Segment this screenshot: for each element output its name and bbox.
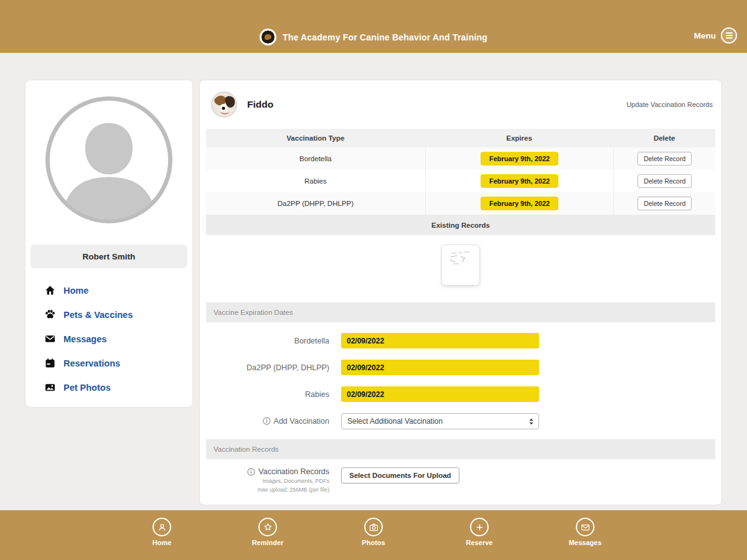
- menu-label: Menu: [694, 31, 716, 40]
- photo-icon: [44, 382, 55, 393]
- plus-icon: [470, 518, 489, 536]
- field-label: Add Vaccination: [200, 417, 329, 426]
- academy-logo-icon: [260, 29, 276, 45]
- footer-item-photos[interactable]: Photos: [352, 518, 395, 546]
- upload-hint-filetypes: Images, Documents, PDFs: [200, 477, 329, 485]
- pet-header: Fiddo Update Vaccination Records: [200, 80, 721, 129]
- app-root: The Academy For Canine Behavior And Trai…: [0, 0, 747, 560]
- pet-name: Fiddo: [247, 99, 273, 110]
- footer-item-label: Reminder: [252, 539, 284, 546]
- footer-item-label: Photos: [362, 539, 385, 546]
- upload-label-block: Vaccination Records Images, Documents, P…: [200, 467, 329, 493]
- upload-hint-maxsize: max upload: 256MB (per file): [200, 486, 329, 493]
- footer-item-messages[interactable]: Messages: [563, 518, 607, 546]
- sidebar-item-label: Home: [63, 286, 88, 296]
- sidebar: Robert Smith Home Pets & Vaccines: [25, 80, 193, 408]
- select-value: Select Additional Vaccination: [347, 417, 443, 426]
- table-row: Da2PP (DHPP, DHLPP) February 9th, 2022 D…: [206, 192, 715, 215]
- paw-icon: [44, 309, 55, 320]
- user-avatar: [43, 94, 175, 226]
- vaccine-type-cell: Da2PP (DHPP, DHLPP): [206, 192, 425, 215]
- bordetella-date-input[interactable]: [341, 333, 539, 348]
- table-row: Rabies February 9th, 2022 Delete Record: [206, 170, 715, 192]
- document-scribble-icon: [446, 249, 476, 280]
- form-row-add-vaccination: Add Vaccination Select Additional Vaccin…: [200, 408, 721, 434]
- expiration-form: Bordetella Da2PP (DHPP, DHLPP) Rabies Ad…: [200, 327, 721, 434]
- sidebar-item-messages[interactable]: Messages: [26, 327, 192, 351]
- field-label: Rabies: [200, 390, 329, 399]
- footer-item-label: Messages: [569, 539, 602, 546]
- footer-item-label: Reserve: [466, 539, 493, 546]
- delete-record-button[interactable]: Delete Record: [637, 174, 692, 188]
- user-name: Robert Smith: [31, 245, 187, 268]
- existing-records-strip: [206, 235, 715, 294]
- da2pp-date-input[interactable]: [341, 360, 539, 375]
- vaccine-type-cell: Rabies: [206, 170, 425, 192]
- update-vaccination-records-link[interactable]: Update Vaccination Records: [626, 101, 713, 108]
- person-avatar-icon: [43, 94, 175, 226]
- section-vaccination-records: Vaccination Records: [206, 439, 715, 459]
- rabies-date-input[interactable]: [341, 386, 539, 402]
- field-label: Bordetella: [200, 337, 329, 345]
- footer-item-home[interactable]: Home: [140, 518, 184, 546]
- sidebar-item-home[interactable]: Home: [26, 278, 192, 302]
- form-row-bordetella: Bordetella: [200, 327, 721, 354]
- record-document-thumbnail[interactable]: [441, 245, 480, 286]
- form-row-rabies: Rabies: [200, 381, 721, 408]
- brand: The Academy For Canine Behavior And Trai…: [0, 29, 747, 45]
- sidebar-item-label: Messages: [63, 334, 106, 344]
- select-arrows-icon: [529, 418, 534, 427]
- sidebar-item-reservations[interactable]: Reservations: [26, 351, 192, 375]
- sidebar-item-pet-photos[interactable]: Pet Photos: [26, 375, 192, 399]
- sidebar-item-pets-vaccines[interactable]: Pets & Vaccines: [26, 302, 192, 327]
- camera-icon: [364, 518, 383, 536]
- sidebar-item-label: Reservations: [63, 358, 120, 368]
- pet-avatar: [211, 91, 237, 118]
- footer-item-reserve[interactable]: Reserve: [458, 518, 501, 546]
- footer-item-label: Home: [153, 539, 172, 546]
- calendar-icon: [44, 358, 55, 369]
- delete-record-button[interactable]: Delete Record: [637, 152, 692, 166]
- field-label: Da2PP (DHPP, DHLPP): [200, 363, 329, 372]
- envelope-icon: [44, 334, 55, 345]
- expires-date-button[interactable]: February 9th, 2022: [481, 152, 558, 166]
- home-icon: [44, 285, 55, 296]
- sidebar-nav: Home Pets & Vaccines Messages: [26, 278, 192, 399]
- sidebar-item-label: Pets & Vaccines: [63, 310, 133, 320]
- info-icon: [247, 468, 255, 476]
- upload-row: Vaccination Records Images, Documents, P…: [200, 467, 721, 493]
- select-documents-upload-button[interactable]: Select Documents For Upload: [341, 467, 459, 483]
- expires-date-button[interactable]: February 9th, 2022: [481, 197, 558, 210]
- vaccine-type-cell: Bordetella: [206, 147, 425, 170]
- vaccination-records-label: Vaccination Records: [258, 467, 329, 476]
- col-header-expires: Expires: [425, 129, 614, 147]
- hamburger-icon: [721, 27, 737, 44]
- bottom-nav: Home Reminder Photos Reserve Messages: [0, 510, 747, 560]
- delete-record-button[interactable]: Delete Record: [637, 197, 692, 210]
- section-vaccine-expiration-dates: Vaccine Expiration Dates: [206, 302, 715, 322]
- dog-photo-icon: [212, 93, 237, 118]
- menu-button[interactable]: Menu: [694, 27, 737, 44]
- footer-item-reminder[interactable]: Reminder: [246, 518, 289, 546]
- person-icon: [153, 518, 171, 536]
- form-row-da2pp: Da2PP (DHPP, DHLPP): [200, 354, 721, 381]
- table-row: Bordetella February 9th, 2022 Delete Rec…: [206, 147, 715, 170]
- table-header-row: Vaccination Type Expires Delete: [206, 129, 715, 147]
- col-header-vaccination-type: Vaccination Type: [206, 129, 425, 147]
- sidebar-item-label: Pet Photos: [63, 383, 111, 393]
- col-header-delete: Delete: [613, 129, 715, 147]
- app-title: The Academy For Canine Behavior And Trai…: [283, 32, 487, 42]
- additional-vaccination-select[interactable]: Select Additional Vaccination: [341, 413, 539, 429]
- pet-detail-panel: Fiddo Update Vaccination Records Vaccina…: [199, 80, 722, 505]
- top-header: The Academy For Canine Behavior And Trai…: [0, 0, 747, 53]
- expires-date-button[interactable]: February 9th, 2022: [481, 174, 558, 188]
- existing-records-header: Existing Records: [206, 215, 715, 235]
- add-vaccination-label: Add Vaccination: [274, 417, 329, 426]
- envelope-icon: [576, 518, 594, 536]
- star-icon: [258, 518, 277, 536]
- info-icon: [263, 417, 271, 425]
- vaccination-table: Vaccination Type Expires Delete Bordetel…: [206, 129, 715, 294]
